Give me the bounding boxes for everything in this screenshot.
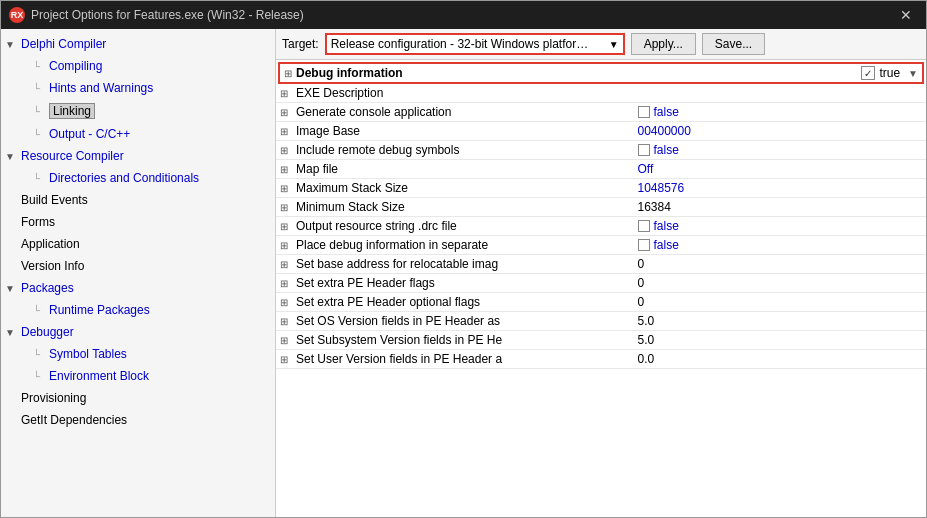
table-row[interactable]: ⊞Set Subsystem Version fields in PE He5.… xyxy=(276,331,926,350)
prop-expand-icon: ⊞ xyxy=(280,221,294,232)
prop-value: 0 xyxy=(638,295,645,309)
prop-expand-icon: ⊞ xyxy=(280,183,294,194)
connector-icon: └ xyxy=(33,83,47,94)
prop-name: Image Base xyxy=(296,124,360,138)
rx-icon: RX xyxy=(9,7,25,23)
table-row[interactable]: ⊞Set extra PE Header optional flags0 xyxy=(276,293,926,312)
sidebar-item-label: Build Events xyxy=(21,193,88,207)
prop-name-cell: ⊞Set extra PE Header optional flags xyxy=(280,295,472,309)
expand-icon: ▼ xyxy=(5,283,21,294)
prop-value: 5.0 xyxy=(638,333,655,347)
save-button[interactable]: Save... xyxy=(702,33,765,55)
prop-name-cell: ⊞Set base address for relocatable imag xyxy=(280,257,472,271)
sidebar-item-linking[interactable]: └ Linking xyxy=(25,99,275,123)
table-row[interactable]: ⊞Minimum Stack Size16384 xyxy=(276,198,926,217)
prop-expand-icon: ⊞ xyxy=(280,297,294,308)
connector-icon: └ xyxy=(33,173,47,184)
prop-expand-icon: ⊞ xyxy=(280,126,294,137)
header-expand-icon: ⊞ xyxy=(284,68,292,79)
table-row[interactable]: ⊞Include remote debug symbolsfalse xyxy=(276,141,926,160)
sidebar-item-resource-compiler[interactable]: ▼ Resource Compiler xyxy=(1,145,275,167)
prop-value-cell: false xyxy=(638,238,766,252)
table-row[interactable]: ⊞Set OS Version fields in PE Header as5.… xyxy=(276,312,926,331)
title-bar: RX Project Options for Features.exe (Win… xyxy=(1,1,926,29)
sidebar-item-symbol-tables[interactable]: └ Symbol Tables xyxy=(25,343,275,365)
toolbar: Target: Release configuration - 32-bit W… xyxy=(276,29,926,60)
prop-value-cell: 1048576 xyxy=(638,181,766,195)
sidebar: ▼ Delphi Compiler └ Compiling └ Hints an… xyxy=(1,29,276,517)
window-title: Project Options for Features.exe (Win32 … xyxy=(31,8,304,22)
target-dropdown[interactable]: Release configuration - 32-bit Windows p… xyxy=(325,33,625,55)
table-row[interactable]: ⊞Set base address for relocatable imag0 xyxy=(276,255,926,274)
prop-value-cell: 0 xyxy=(638,257,766,271)
prop-value: 0 xyxy=(638,276,645,290)
sidebar-item-version-info[interactable]: Version Info xyxy=(1,255,275,277)
table-row[interactable]: ⊞Image Base00400000 xyxy=(276,122,926,141)
table-row[interactable]: ⊞Generate console applicationfalse xyxy=(276,103,926,122)
prop-value: false xyxy=(654,238,679,252)
prop-value-cell: 16384 xyxy=(638,200,766,214)
table-row[interactable]: ⊞Place debug information in separatefals… xyxy=(276,236,926,255)
table-row[interactable]: ⊞Set extra PE Header flags0 xyxy=(276,274,926,293)
prop-name-cell: ⊞Set Subsystem Version fields in PE He xyxy=(280,333,472,347)
prop-expand-icon: ⊞ xyxy=(280,240,294,251)
prop-expand-icon: ⊞ xyxy=(280,88,294,99)
prop-checkbox[interactable] xyxy=(638,239,650,251)
sidebar-item-compiling[interactable]: └ Compiling xyxy=(25,55,275,77)
sidebar-item-label: Packages xyxy=(21,281,74,295)
table-row[interactable]: ⊞Maximum Stack Size1048576 xyxy=(276,179,926,198)
sidebar-child-compiling: └ Compiling xyxy=(1,55,275,77)
prop-value-cell: 5.0 xyxy=(638,333,766,347)
sidebar-item-provisioning[interactable]: Provisioning xyxy=(1,387,275,409)
connector-icon: └ xyxy=(33,61,47,72)
property-header: ⊞ Debug information ✓ true ▼ xyxy=(278,62,924,84)
table-row[interactable]: ⊞Set User Version fields in PE Header a0… xyxy=(276,350,926,369)
content-area: ▼ Delphi Compiler └ Compiling └ Hints an… xyxy=(1,29,926,517)
sidebar-item-environment-block[interactable]: └ Environment Block xyxy=(25,365,275,387)
prop-checkbox[interactable] xyxy=(638,106,650,118)
apply-button[interactable]: Apply... xyxy=(631,33,696,55)
sidebar-item-output[interactable]: └ Output - C/C++ xyxy=(25,123,275,145)
prop-expand-icon: ⊞ xyxy=(280,164,294,175)
header-checkbox[interactable]: ✓ xyxy=(861,66,875,80)
sidebar-item-packages[interactable]: ▼ Packages xyxy=(1,277,275,299)
connector-icon: └ xyxy=(33,349,47,360)
prop-value: 1048576 xyxy=(638,181,685,195)
prop-expand-icon: ⊞ xyxy=(280,145,294,156)
close-button[interactable]: ✕ xyxy=(894,5,918,25)
header-value-text: true xyxy=(879,66,900,80)
table-row[interactable]: ⊞Output resource string .drc filefalse xyxy=(276,217,926,236)
sidebar-item-debugger[interactable]: ▼ Debugger xyxy=(1,321,275,343)
sidebar-item-forms[interactable]: Forms xyxy=(1,211,275,233)
prop-checkbox[interactable] xyxy=(638,220,650,232)
header-dropdown-icon[interactable]: ▼ xyxy=(908,68,918,79)
sidebar-item-label: Linking xyxy=(49,103,95,119)
prop-name-cell: ⊞Image Base xyxy=(280,124,472,138)
expand-icon: ▼ xyxy=(5,327,21,338)
prop-value: 00400000 xyxy=(638,124,691,138)
prop-name-cell: ⊞Place debug information in separate xyxy=(280,238,472,252)
sidebar-item-build-events[interactable]: Build Events xyxy=(1,189,275,211)
property-header-name: Debug information xyxy=(296,66,861,80)
sidebar-item-application[interactable]: Application xyxy=(1,233,275,255)
sidebar-item-directories[interactable]: └ Directories and Conditionals xyxy=(25,167,275,189)
sidebar-item-getit[interactable]: GetIt Dependencies xyxy=(1,409,275,431)
dropdown-arrow-icon: ▼ xyxy=(609,39,619,50)
sidebar-item-delphi-compiler[interactable]: ▼ Delphi Compiler xyxy=(1,33,275,55)
expand-icon: ▼ xyxy=(5,151,21,162)
prop-value: false xyxy=(654,105,679,119)
prop-expand-icon: ⊞ xyxy=(280,316,294,327)
prop-expand-icon: ⊞ xyxy=(280,107,294,118)
prop-name: Set extra PE Header optional flags xyxy=(296,295,480,309)
sidebar-item-hints[interactable]: └ Hints and Warnings xyxy=(25,77,275,99)
table-row[interactable]: ⊞EXE Description xyxy=(276,84,926,103)
prop-checkbox[interactable] xyxy=(638,144,650,156)
prop-value-cell: false xyxy=(638,105,766,119)
sidebar-item-label: Output - C/C++ xyxy=(49,127,130,141)
prop-value: 0 xyxy=(638,257,645,271)
sidebar-item-runtime-packages[interactable]: └ Runtime Packages xyxy=(25,299,275,321)
prop-expand-icon: ⊞ xyxy=(280,278,294,289)
table-row[interactable]: ⊞Map fileOff xyxy=(276,160,926,179)
prop-value-cell: false xyxy=(638,143,766,157)
prop-value-cell: 0 xyxy=(638,295,766,309)
